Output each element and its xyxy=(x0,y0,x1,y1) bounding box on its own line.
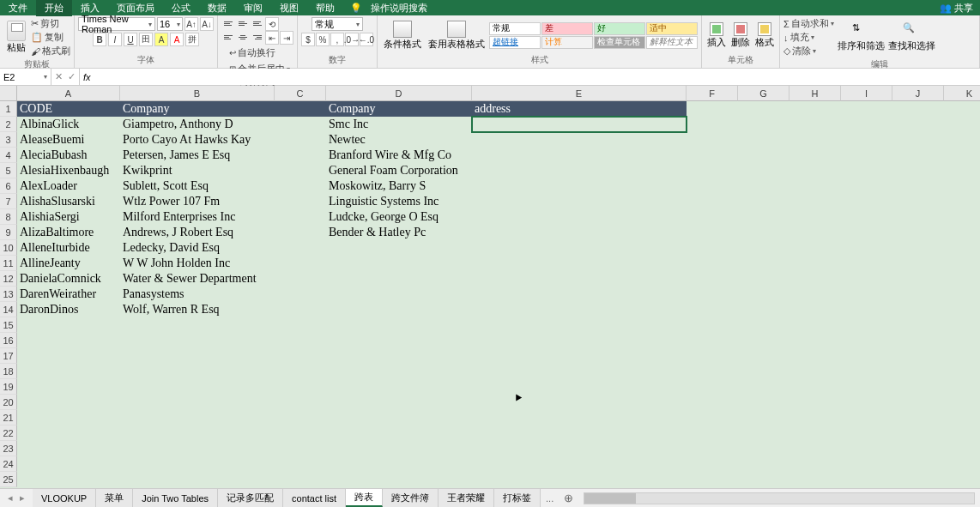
cell-A6[interactable]: AlexLoader xyxy=(17,178,120,194)
cell-C11[interactable] xyxy=(275,256,326,271)
border-button[interactable]: 田 xyxy=(139,33,153,46)
cell-B6[interactable]: Sublett, Scott Esq xyxy=(120,178,275,194)
tab-more-button[interactable]: ... xyxy=(541,493,559,504)
cell-A1[interactable]: CODE xyxy=(17,101,120,117)
cell-K25[interactable] xyxy=(944,472,980,487)
cell-C6[interactable] xyxy=(275,178,326,194)
cell-D23[interactable] xyxy=(326,441,472,456)
cell-B20[interactable] xyxy=(120,395,275,410)
cell-J6[interactable] xyxy=(892,178,944,194)
cell-I2[interactable] xyxy=(841,117,892,132)
cell-A20[interactable] xyxy=(17,395,120,410)
cell-G23[interactable] xyxy=(738,441,789,456)
cell-A16[interactable] xyxy=(17,333,120,348)
cell-E23[interactable] xyxy=(472,441,687,456)
cell-C5[interactable] xyxy=(275,163,326,178)
cell-B25[interactable] xyxy=(120,472,275,487)
cell-B11[interactable]: W W John Holden Inc xyxy=(120,256,275,271)
cell-J5[interactable] xyxy=(892,163,944,178)
cell-I19[interactable] xyxy=(841,379,892,395)
cell-G15[interactable] xyxy=(738,317,789,333)
cell-B24[interactable] xyxy=(120,456,275,472)
cell-G20[interactable] xyxy=(738,395,789,410)
cell-E16[interactable] xyxy=(472,333,687,348)
cell-J21[interactable] xyxy=(892,410,944,426)
comma-button[interactable]: , xyxy=(330,33,344,46)
cell-D5[interactable]: General Foam Corporation xyxy=(326,163,472,178)
cell-E8[interactable] xyxy=(472,209,687,225)
cell-I23[interactable] xyxy=(841,441,892,456)
cell-I4[interactable] xyxy=(841,148,892,163)
cell-I18[interactable] xyxy=(841,364,892,379)
cell-E18[interactable] xyxy=(472,364,687,379)
cell-I1[interactable] xyxy=(841,101,892,117)
select-all-corner[interactable] xyxy=(0,86,17,101)
cell-G16[interactable] xyxy=(738,333,789,348)
cell-H12[interactable] xyxy=(789,271,841,287)
row-header-22[interactable]: 22 xyxy=(0,426,17,441)
cell-B12[interactable]: Water & Sewer Department xyxy=(120,271,275,287)
align-center-button[interactable] xyxy=(236,31,250,43)
cell-H3[interactable] xyxy=(789,132,841,148)
cell-E24[interactable] xyxy=(472,456,687,472)
row-header-18[interactable]: 18 xyxy=(0,364,17,379)
cell-C4[interactable] xyxy=(275,148,326,163)
cell-D24[interactable] xyxy=(326,456,472,472)
sheet-tab-跨表[interactable]: 跨表 xyxy=(346,489,383,507)
sheet-tab-记录多匹配[interactable]: 记录多匹配 xyxy=(218,489,283,507)
cell-E19[interactable] xyxy=(472,379,687,395)
cell-G10[interactable] xyxy=(738,240,789,256)
cell-H20[interactable] xyxy=(789,395,841,410)
cell-A12[interactable]: DanielaComnick xyxy=(17,271,120,287)
cell-E11[interactable] xyxy=(472,256,687,271)
cell-H1[interactable] xyxy=(789,101,841,117)
sort-filter-button[interactable]: ⇅ 排序和筛选 xyxy=(838,22,885,52)
sheet-tab-菜单[interactable]: 菜单 xyxy=(96,489,133,507)
cell-K20[interactable] xyxy=(944,395,980,410)
cell-F4[interactable] xyxy=(687,148,738,163)
menu-data[interactable]: 数据 xyxy=(199,0,235,16)
menu-home[interactable]: 开始 xyxy=(36,0,72,16)
cell-B10[interactable]: Ledecky, David Esq xyxy=(120,240,275,256)
cell-C17[interactable] xyxy=(275,348,326,364)
cell-C2[interactable] xyxy=(275,117,326,132)
cell-H21[interactable] xyxy=(789,410,841,426)
orientation-button[interactable]: ⟲ xyxy=(265,17,279,31)
cell-H8[interactable] xyxy=(789,209,841,225)
cell-C24[interactable] xyxy=(275,456,326,472)
column-header-H[interactable]: H xyxy=(789,86,841,101)
cell-D2[interactable]: Smc Inc xyxy=(326,117,472,132)
cell-E12[interactable] xyxy=(472,271,687,287)
style-calc[interactable]: 计算 xyxy=(541,36,593,49)
cell-F10[interactable] xyxy=(687,240,738,256)
cell-J16[interactable] xyxy=(892,333,944,348)
cell-G9[interactable] xyxy=(738,225,789,240)
cell-C10[interactable] xyxy=(275,240,326,256)
cell-I10[interactable] xyxy=(841,240,892,256)
indent-right-button[interactable]: ⇥ xyxy=(280,31,293,45)
cell-A24[interactable] xyxy=(17,456,120,472)
cell-E1[interactable]: address xyxy=(472,101,687,117)
cell-G11[interactable] xyxy=(738,256,789,271)
cell-I8[interactable] xyxy=(841,209,892,225)
cell-D6[interactable]: Moskowitz, Barry S xyxy=(326,178,472,194)
cell-A11[interactable]: AllineJeanty xyxy=(17,256,120,271)
cell-J13[interactable] xyxy=(892,287,944,302)
cell-B23[interactable] xyxy=(120,441,275,456)
cell-E5[interactable] xyxy=(472,163,687,178)
copy-button[interactable]: 📋 复制 xyxy=(31,31,70,44)
row-header-17[interactable]: 17 xyxy=(0,348,17,364)
cell-G13[interactable] xyxy=(738,287,789,302)
cut-button[interactable]: ✂ 剪切 xyxy=(31,17,70,30)
cell-G6[interactable] xyxy=(738,178,789,194)
cell-D14[interactable] xyxy=(326,302,472,317)
cell-K8[interactable] xyxy=(944,209,980,225)
tab-nav[interactable]: ◂ ▸ xyxy=(0,492,33,504)
cell-H25[interactable] xyxy=(789,472,841,487)
cell-E9[interactable] xyxy=(472,225,687,240)
worksheet-area[interactable]: ABCDEFGHIJK 1234567891011121314151617181… xyxy=(0,86,980,488)
cell-D10[interactable] xyxy=(326,240,472,256)
cell-K13[interactable] xyxy=(944,287,980,302)
cell-A17[interactable] xyxy=(17,348,120,364)
cell-J12[interactable] xyxy=(892,271,944,287)
